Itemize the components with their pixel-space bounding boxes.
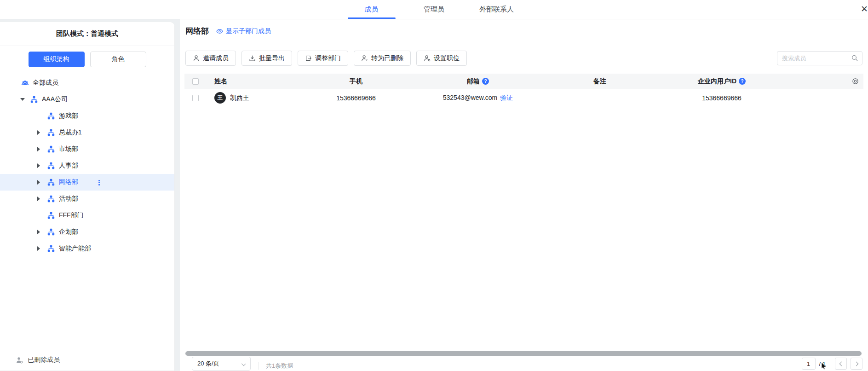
next-page-button[interactable]	[851, 358, 862, 370]
caret-right-icon[interactable]	[37, 197, 47, 201]
tree-item-dept[interactable]: 活动部	[0, 191, 174, 207]
pagination: 1 / 1	[802, 358, 862, 370]
email-help-icon[interactable]: ?	[482, 78, 489, 85]
search-wrap	[777, 51, 862, 65]
tree-item-dept[interactable]: 市场部	[0, 141, 174, 157]
member-email-cell: 532543@wew.com验证	[414, 94, 542, 102]
chevron-left-icon	[839, 361, 844, 366]
org-icon	[47, 145, 55, 153]
table-row[interactable]: 王 凯西王 15366669666 532543@wew.com验证 15366…	[184, 89, 863, 107]
roles-button[interactable]: 角色	[90, 52, 146, 67]
show-sub-department-members-link[interactable]: 显示子部门成员	[216, 27, 271, 35]
org-icon	[47, 162, 55, 170]
person-position-icon	[424, 55, 431, 62]
all-members-icon	[21, 79, 29, 87]
page-size-select[interactable]: 20 条/页	[192, 357, 251, 371]
org-icon	[47, 228, 55, 236]
set-position-label: 设置职位	[434, 54, 460, 63]
adjust-department-button[interactable]: 调整部门	[298, 51, 348, 66]
move-to-deleted-label: 转为已删除	[371, 54, 403, 63]
move-to-deleted-button[interactable]: 转为已删除	[354, 51, 411, 66]
department-tree: 全部成员 AAA公司 游戏部 总裁办1 市场部 人事部	[0, 75, 174, 257]
row-checkbox[interactable]	[192, 95, 199, 101]
tree-item-label: AAA公司	[42, 95, 68, 104]
caret-right-icon[interactable]	[37, 147, 47, 151]
member-phone: 15366669666	[299, 94, 414, 102]
org-icon	[47, 245, 55, 253]
horizontal-scrollbar[interactable]	[185, 351, 862, 356]
caret-right-icon[interactable]	[37, 180, 47, 185]
chevron-right-icon	[854, 361, 858, 366]
select-all-checkbox[interactable]	[192, 78, 199, 85]
current-page-input[interactable]: 1	[802, 358, 816, 370]
batch-export-label: 批量导出	[259, 54, 285, 63]
close-icon[interactable]: ✕	[859, 4, 868, 14]
tree-item-label: 总裁办1	[59, 128, 82, 137]
tree-item-dept[interactable]: 智能产能部	[0, 240, 174, 257]
tree-item-label: 游戏部	[59, 112, 78, 120]
tree-item-label: 企划部	[59, 228, 78, 236]
batch-export-button[interactable]: 批量导出	[241, 51, 292, 66]
move-department-icon	[305, 55, 312, 62]
members-table: 姓名 手机 邮箱 ? 备注 企业内用户ID ?	[184, 74, 863, 107]
tree-item-dept-selected[interactable]: 网络部 ⋮	[0, 174, 174, 191]
adjust-department-label: 调整部门	[315, 54, 341, 63]
column-settings-icon[interactable]	[852, 78, 859, 85]
caret-right-icon[interactable]	[37, 246, 47, 251]
tab-admins-label: 管理员	[424, 5, 444, 14]
roles-label: 角色	[112, 55, 125, 64]
tree-item-label: 市场部	[59, 145, 78, 153]
tree-item-company[interactable]: AAA公司	[0, 91, 174, 108]
caret-right-icon[interactable]	[37, 163, 47, 168]
show-sub-label: 显示子部门成员	[226, 27, 271, 35]
user-id-help-icon[interactable]: ?	[739, 78, 746, 85]
tree-item-label: 活动部	[59, 195, 78, 203]
org-icon	[47, 112, 55, 120]
verify-link[interactable]: 验证	[500, 94, 513, 101]
org-icon	[47, 129, 55, 137]
org-sidebar: 团队模式：普通模式 组织架构 角色 全部成员 AAA公司 游戏部 总裁办1	[0, 22, 175, 371]
department-header: 网络部 显示子部门成员	[180, 19, 868, 43]
set-position-button[interactable]: 设置职位	[416, 51, 467, 66]
search-icon[interactable]	[851, 54, 858, 63]
chevron-down-icon	[241, 362, 246, 366]
caret-right-icon[interactable]	[37, 130, 47, 135]
tab-external-contacts[interactable]: 外部联系人	[473, 0, 521, 19]
more-actions-icon[interactable]: ⋮	[96, 179, 103, 186]
tree-item-dept[interactable]: 人事部	[0, 157, 174, 174]
deleted-members-label: 已删除成员	[28, 356, 60, 364]
tree-item-label: 智能产能部	[59, 244, 91, 253]
deleted-members-entry[interactable]: 已删除成员	[0, 349, 174, 371]
eye-icon	[216, 29, 223, 34]
tree-item-dept[interactable]: 游戏部	[0, 108, 174, 124]
tab-members[interactable]: 成员	[348, 0, 396, 19]
org-icon	[47, 179, 55, 186]
column-phone: 手机	[299, 77, 414, 86]
department-title: 网络部	[185, 26, 209, 36]
mouse-cursor	[821, 362, 827, 371]
invite-member-label: 邀请成员	[203, 54, 229, 63]
tree-item-all-members[interactable]: 全部成员	[0, 75, 174, 91]
download-icon	[249, 55, 256, 62]
org-structure-button[interactable]: 组织架构	[29, 52, 85, 67]
person-add-icon	[193, 55, 200, 62]
member-user-id: 15366669666	[657, 94, 786, 102]
prev-page-button[interactable]	[835, 358, 847, 370]
tree-item-dept[interactable]: 企划部	[0, 224, 174, 240]
avatar: 王	[214, 92, 226, 104]
tab-admins[interactable]: 管理员	[410, 0, 458, 19]
members-panel: 网络部 显示子部门成员 邀请成员 批量导出 调整部门 转为已删除 设置职位	[180, 19, 868, 371]
tree-item-dept[interactable]: FFF部门	[0, 207, 174, 224]
tab-members-label: 成员	[365, 5, 379, 14]
top-tab-bar: 成员 管理员 外部联系人 ✕	[0, 0, 868, 19]
page-size-value: 20 条/页	[197, 359, 219, 368]
member-name: 凯西王	[230, 94, 249, 102]
caret-down-icon[interactable]	[20, 98, 30, 101]
tree-item-label: 全部成员	[33, 79, 58, 87]
tree-item-dept[interactable]: 总裁办1	[0, 124, 174, 141]
total-count: 共1条数据	[258, 362, 293, 370]
caret-right-icon[interactable]	[37, 230, 47, 234]
invite-member-button[interactable]: 邀请成员	[185, 51, 236, 66]
search-member-input[interactable]	[777, 51, 862, 65]
column-user-id-label: 企业内用户ID	[698, 77, 736, 86]
